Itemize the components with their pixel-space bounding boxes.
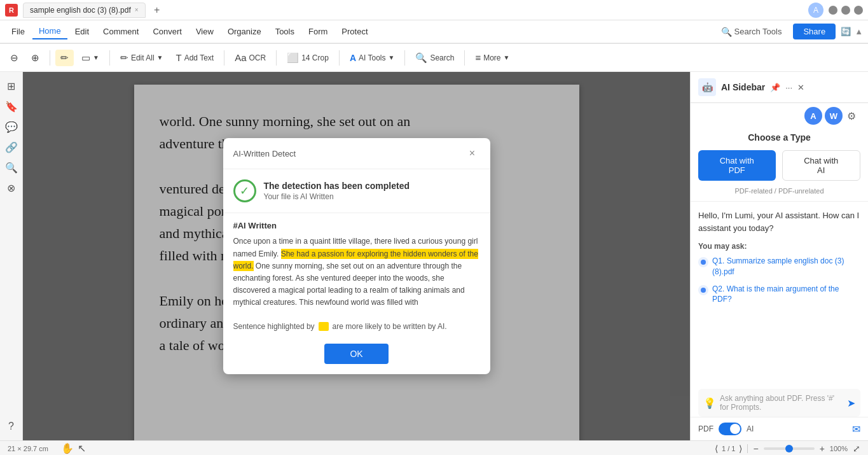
add-text-button[interactable]: T Add Text [171, 50, 219, 66]
close-icon[interactable] [854, 6, 863, 15]
suggested-q2[interactable]: Q2. What is the main argument of the PDF… [698, 284, 860, 305]
nav-file[interactable]: File [5, 24, 31, 39]
ask-input-container[interactable]: 💡 Ask anything about PDF. Press '#' for … [698, 389, 860, 417]
search-tools-label: Search Tools [734, 27, 782, 36]
ask-placeholder: Ask anything about PDF. Press '#' for Pr… [720, 394, 843, 412]
edit-icon: ✏ [120, 52, 128, 64]
more-button[interactable]: ≡ More ▼ [470, 50, 514, 66]
sidebar-comments-icon[interactable]: 💬 [3, 118, 20, 136]
main-layout: ⊞ 🔖 💬 🔗 🔍 ⊗ ? world. One sunny morning, … [0, 72, 868, 440]
sidebar-layers-icon[interactable]: ⊗ [3, 179, 20, 197]
edit-all-button[interactable]: ✏ Edit All ▼ [115, 50, 169, 66]
zoom-in-status-button[interactable]: + [820, 444, 825, 454]
ai-tools-icon: A [350, 53, 356, 63]
ai-settings-icon[interactable]: ⚙ [843, 107, 860, 125]
zoom-slider[interactable] [764, 447, 815, 450]
more-label: More [483, 53, 500, 62]
page-navigation: ⟨ 1 / 1 ⟩ [715, 444, 742, 454]
search-tools-button[interactable]: 🔍 Search Tools [715, 24, 789, 39]
ribbon-right-icons: 🔄 ▲ [841, 27, 863, 36]
ai-tools-button[interactable]: A AI Tools ▼ [345, 50, 400, 66]
pdf-area: world. One sunny morning, she set out on… [23, 72, 690, 440]
expand-icon[interactable]: ⤢ [853, 444, 860, 454]
nav-home[interactable]: Home [32, 24, 67, 39]
ocr-button[interactable]: Aa OCR [230, 50, 271, 66]
highlight-button[interactable]: ✏ [55, 50, 74, 66]
nav-organize[interactable]: Organize [221, 24, 268, 39]
edit-dropdown-icon: ▼ [157, 54, 163, 61]
chat-with-pdf-button[interactable]: Chat withPDF [698, 150, 776, 181]
pdf-ai-toggle-row: PDF AI ✉ [691, 417, 868, 440]
zoom-out-status-button[interactable]: − [753, 444, 758, 454]
chat-with-ai-button[interactable]: Chat withAI [782, 150, 861, 181]
ai-written-header: #AI Written [233, 221, 480, 230]
tab-filename: sample english doc (3) (8).pdf [30, 6, 131, 15]
status-text: The detection has been completed Your fi… [264, 181, 410, 201]
send-btn-footer[interactable]: ✉ [852, 423, 860, 435]
add-text-label: Add Text [184, 53, 214, 62]
crop-label: 14 Crop [301, 53, 329, 62]
shape-icon: ▭ [81, 52, 90, 64]
separator-5 [339, 50, 340, 66]
nav-comment[interactable]: Comment [97, 24, 145, 39]
highlight-sample-swatch [319, 322, 329, 331]
select-shape-button[interactable]: ▭ ▼ [76, 50, 104, 66]
separator-2 [109, 50, 110, 66]
ai-sidebar-header: 🤖 AI Sidebar 📌 ··· ✕ [691, 72, 868, 103]
nav-protect[interactable]: Protect [335, 24, 374, 39]
minimize-icon[interactable] [829, 6, 837, 15]
share-button[interactable]: Share [793, 24, 836, 39]
sidebar-links-icon[interactable]: 🔗 [3, 138, 20, 156]
ai-sidebar-title: AI Sidebar [721, 82, 765, 92]
pin-icon[interactable]: 📌 [770, 83, 780, 92]
zoom-out-button[interactable]: ⊖ [5, 50, 24, 66]
sidebar-search-icon[interactable]: 🔍 [3, 158, 20, 176]
nav-tools[interactable]: Tools [269, 24, 301, 39]
separator-3 [224, 50, 224, 66]
add-tab-button[interactable]: + [151, 4, 163, 17]
select-tool-icon[interactable]: ↖ [78, 442, 86, 454]
user-avatar[interactable]: A [808, 3, 823, 18]
sync-icon[interactable]: 🔄 [841, 27, 851, 36]
sidebar-bookmarks-icon[interactable]: 🔖 [3, 97, 20, 115]
nav-convert[interactable]: Convert [146, 24, 188, 39]
prev-page-button[interactable]: ⟨ [715, 444, 718, 454]
status-bar: 21 × 29.7 cm ✋ ↖ ⟨ 1 / 1 ⟩ − + 100% ⤢ [0, 440, 868, 455]
next-page-button[interactable]: ⟩ [739, 444, 742, 454]
collapse-icon[interactable]: ▲ [855, 27, 863, 36]
app-icon: R [5, 4, 18, 17]
window-controls [829, 6, 863, 15]
crop-button[interactable]: ⬜ 14 Crop [282, 50, 334, 66]
nav-form[interactable]: Form [302, 24, 334, 39]
modal-header: AI-Written Detect × [223, 138, 490, 169]
crop-icon: ⬜ [287, 52, 299, 64]
modal-footer: OK [223, 339, 490, 374]
hand-tool-icon[interactable]: ✋ [61, 442, 74, 454]
tab-close-button[interactable]: × [135, 6, 139, 13]
separator-4 [276, 50, 277, 66]
tool-icons: ✋ ↖ [61, 442, 86, 454]
search-label: Search [430, 53, 454, 62]
maximize-icon[interactable] [841, 6, 850, 15]
ocr-label: OCR [249, 53, 266, 62]
active-tab[interactable]: sample english doc (3) (8).pdf × [23, 3, 146, 18]
status-check-icon: ✓ [233, 179, 256, 202]
nav-view[interactable]: View [189, 24, 220, 39]
suggested-q1[interactable]: Q1. Summarize sample english doc (3) (8)… [698, 256, 860, 277]
titlebar: R sample english doc (3) (8).pdf × + A [0, 0, 868, 20]
search-button[interactable]: 🔍 Search [410, 50, 459, 66]
close-sidebar-icon[interactable]: ✕ [797, 83, 804, 92]
more-options-icon[interactable]: ··· [785, 83, 792, 92]
you-may-ask-label: You may ask: [698, 242, 860, 251]
modal-notice: Sentence highlighted by are more likely … [223, 317, 490, 339]
ai-sidebar-controls: 📌 ··· ✕ [770, 83, 804, 92]
sidebar-help-icon[interactable]: ? [3, 417, 20, 435]
nav-edit[interactable]: Edit [69, 24, 95, 39]
toggle-switch[interactable] [719, 423, 741, 435]
modal-close-button[interactable]: × [465, 146, 480, 161]
sidebar-pages-icon[interactable]: ⊞ [3, 77, 20, 95]
zoom-in-button[interactable]: ⊕ [26, 50, 45, 66]
ok-button[interactable]: OK [324, 344, 388, 364]
send-icon[interactable]: ➤ [847, 397, 855, 409]
separator-7 [464, 50, 465, 66]
